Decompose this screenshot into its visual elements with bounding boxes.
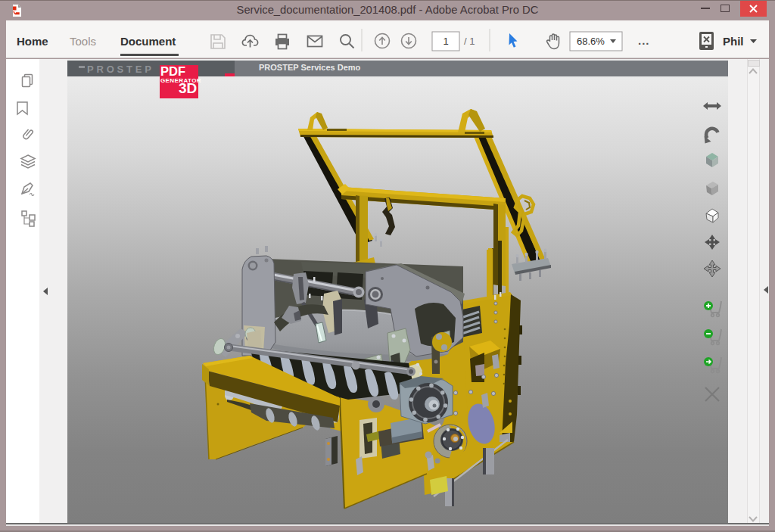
svg-text:1: 1 bbox=[443, 36, 448, 47]
svg-text:/ 1: / 1 bbox=[464, 36, 475, 47]
svg-text:68.6%: 68.6% bbox=[577, 36, 605, 47]
svg-text:Phil: Phil bbox=[723, 35, 744, 48]
svg-text:...: ... bbox=[638, 34, 650, 47]
